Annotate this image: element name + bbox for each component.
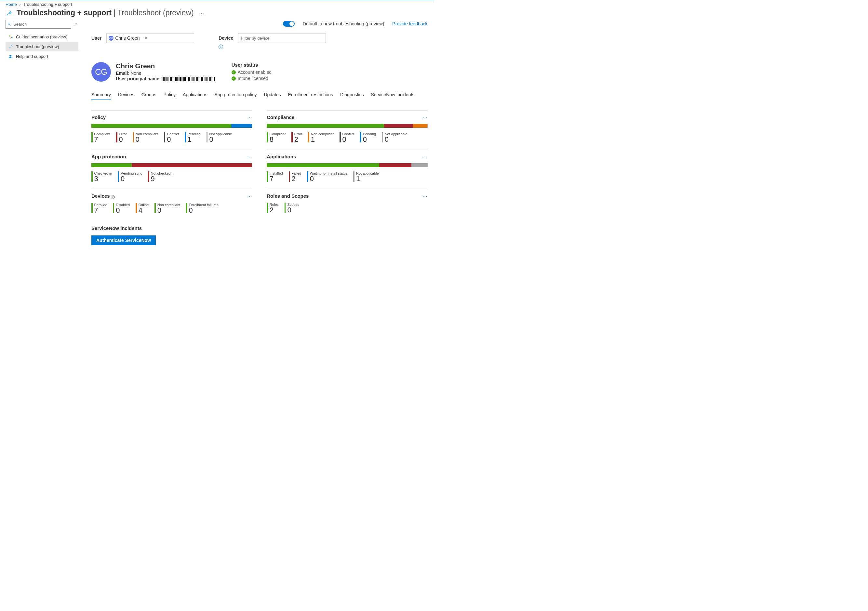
tab-policy[interactable]: Policy [164,90,176,100]
stat-conflict: Conflict0 [164,132,179,143]
svg-rect-2 [9,36,10,36]
stat-indicator [285,203,286,213]
stat-indicator [360,132,361,143]
stat-indicator [206,132,208,143]
page-header: Troubleshooting + support | Troubleshoot… [0,8,434,20]
stat-indicator [382,132,383,143]
sidebar-search-input[interactable] [6,20,71,29]
upn-redacted [162,77,215,81]
bar-segment [91,124,231,128]
stats-row: Compliant8Error2Non compliant1Conflict0P… [267,132,427,143]
authenticate-servicenow-button[interactable]: Authenticate ServiceNow [91,236,156,245]
stat-failed: Failed2 [289,171,301,182]
user-filter-label: User [91,36,101,41]
stat-indicator [307,171,308,182]
tab-diagnostics[interactable]: Diagnostics [340,90,364,100]
stat-indicator [339,132,341,143]
card-title: App protection [91,154,126,159]
tabs: SummaryDevicesGroupsPolicyApplicationsAp… [91,90,428,101]
stat-indicator [155,203,156,213]
card-title: Compliance [267,115,294,120]
device-filter-label: Device [219,36,233,41]
user-status-header: User status [231,62,271,68]
card-roles-and-scopes: Roles and Scopes···Roles2Scopes0 [267,189,427,214]
user-email-row: Email: None [116,71,215,76]
stat-error: Error0 [116,132,127,143]
card-title: Policy [91,115,106,120]
stat-checked-in: Checked in3 [91,171,112,182]
bar-segment [267,124,384,128]
stat-enrollment-failures: Enrollment failures0 [186,203,219,214]
stat-indicator [186,203,188,213]
tab-servicenow-incidents[interactable]: ServiceNow incidents [371,90,414,100]
tab-enrollment-restrictions[interactable]: Enrollment restrictions [288,90,333,100]
stat-value: 0 [121,175,142,182]
tab-applications[interactable]: Applications [183,90,208,100]
card-more-button[interactable]: ··· [248,115,253,120]
default-new-troubleshooting-toggle[interactable] [283,21,294,27]
bar-segment [384,124,413,128]
stat-not-applicable: Not applicable1 [353,171,378,182]
stat-indicator [118,171,119,182]
sidebar-item-guided-scenarios[interactable]: Guided scenarios (preview) [6,32,78,42]
troubleshoot-icon [6,9,13,17]
tab-updates[interactable]: Updates [264,90,281,100]
card-title: Devices? [91,193,115,199]
stat-pending-sync: Pending sync0 [118,171,143,182]
tab-app-protection-policy[interactable]: App protection policy [214,90,257,100]
stats-row: Checked in3Pending sync0Not checked in9 [91,171,252,182]
stat-value: 0 [310,175,348,182]
stat-value: 0 [385,136,408,143]
tab-summary[interactable]: Summary [91,90,111,100]
stat-value: 1 [356,175,379,182]
breadcrumb-current: Troubleshooting + support [23,2,72,7]
stat-compliant: Compliant7 [91,132,110,143]
stat-value: 3 [94,175,112,182]
stat-installed: Installed7 [267,171,283,182]
stat-value: 0 [167,136,179,143]
stat-value: 4 [138,207,149,214]
card-more-button[interactable]: ··· [248,194,253,198]
bar-segment [132,163,253,167]
user-upn-row: User principal name: [116,76,215,81]
card-more-button[interactable]: ··· [423,194,428,198]
collapse-sidebar-button[interactable] [73,22,78,27]
card-more-button[interactable]: ··· [248,154,253,159]
stat-value: 0 [287,206,299,214]
stat-indicator [185,132,186,143]
device-filter-input[interactable] [238,33,326,43]
check-icon: ✓ [231,76,236,81]
header-more-button[interactable]: ··· [199,11,204,16]
stats-row: Installed7Failed2Waiting for install sta… [267,171,427,182]
card-more-button[interactable]: ··· [423,154,428,159]
breadcrumb-separator: › [19,2,20,7]
device-info-icon[interactable]: i [219,45,223,49]
breadcrumb-home[interactable]: Home [6,2,17,7]
sidebar-item-troubleshoot[interactable]: Troubleshoot (preview) [6,42,78,51]
info-icon[interactable]: ? [111,195,115,199]
stat-value: 7 [94,136,110,143]
stat-value: 7 [270,175,283,182]
stat-not-checked-in: Not checked in9 [148,171,174,182]
provide-feedback-link[interactable]: Provide feedback [392,21,427,26]
sidebar-item-help-support[interactable]: Help and support [6,51,78,61]
card-more-button[interactable]: ··· [423,115,428,120]
stat-indicator [133,132,134,143]
top-actions: Default to new troubleshooting (preview)… [91,20,428,33]
stat-indicator [148,171,149,182]
stat-value: 0 [119,136,127,143]
tab-groups[interactable]: Groups [141,90,157,100]
sidebar: Guided scenarios (preview) Troubleshoot … [0,20,78,61]
clear-user-chip[interactable]: ✕ [144,36,147,40]
user-summary-card: CG Chris Green Email: None User principa… [91,62,428,82]
user-avatar: CG [91,62,111,82]
user-filter-input[interactable]: CG Chris Green ✕ [106,33,194,43]
stat-value: 0 [157,207,180,214]
tab-devices[interactable]: Devices [118,90,134,100]
stat-value: 7 [94,207,107,214]
sidebar-search[interactable] [6,20,71,29]
stat-indicator [116,132,118,143]
card-app-protection: App protection···Checked in3Pending sync… [91,150,252,182]
stat-non-compliant: Non compliant0 [155,203,180,214]
stat-error: Error2 [291,132,302,143]
